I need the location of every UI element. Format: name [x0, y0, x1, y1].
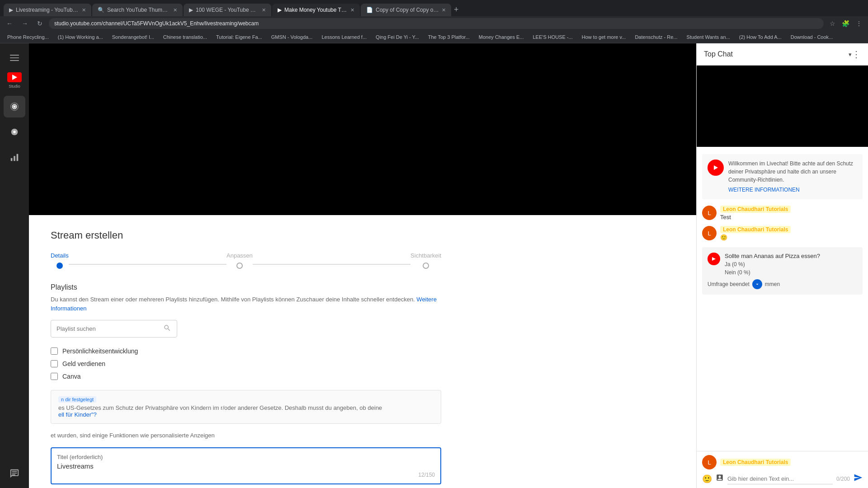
playlist-checkbox-2[interactable] [51, 360, 58, 367]
back-button[interactable]: ← [4, 19, 15, 28]
tab-5-close[interactable]: ✕ [442, 7, 446, 13]
chat-more-button[interactable]: ⋮ [852, 49, 861, 60]
stream-left: Stream erstellen Details Anpassen [29, 43, 696, 488]
playlist-search-button[interactable] [163, 324, 171, 333]
chat-input-area: L Leon Chaudhari Tutorials 🙂 0/200 [697, 451, 868, 488]
stream-form-inner: Stream erstellen Details Anpassen [29, 215, 463, 488]
weitere-info-link[interactable]: WEITERE INFORMATIONEN [728, 186, 857, 194]
yt-sidebar: Studio [0, 43, 29, 488]
chat-input-username: Leon Chaudhari Tutorials [720, 459, 791, 466]
chat-user-row: L Leon Chaudhari Tutorials [702, 455, 863, 469]
tab-4-close[interactable]: ✕ [350, 7, 354, 13]
chat-msg-body-2: Leon Chaudhari Tutorials 🙂 [720, 226, 863, 241]
browser-actions: ☆ 🧩 ⋮ [827, 19, 864, 28]
chat-username-2: Leon Chaudhari Tutorials [720, 226, 791, 233]
title-form-group: Titel (erforderlich) 12/150 [51, 447, 441, 484]
chat-msg-body-1: Leon Chaudhari Tutorials Test [720, 206, 863, 221]
chat-dropdown-button[interactable]: ▾ [849, 51, 852, 58]
bookmark-10[interactable]: Money Changes E... [475, 33, 528, 41]
tab-3-close[interactable]: ✕ [262, 7, 266, 13]
tab-1[interactable]: ▶ Livestreaming - YouTube... ✕ [4, 4, 91, 16]
tab-1-close[interactable]: ✕ [82, 7, 86, 13]
tab-2-close[interactable]: ✕ [173, 7, 177, 13]
bookmark-3[interactable]: Sonderangebot! l... [108, 33, 158, 41]
bookmark-14[interactable]: Student Wants an... [683, 33, 734, 41]
bookmark-6[interactable]: GMSN - Vologda... [268, 33, 316, 41]
chat-text-input[interactable] [727, 474, 833, 484]
bookmark-16[interactable]: Download - Cook... [787, 33, 837, 41]
reload-button[interactable]: ↻ [34, 19, 45, 28]
bookmark-11[interactable]: LEE'S HOUSE -... [529, 33, 576, 41]
bookmark-8[interactable]: Qing Fei De Yi - Y... [372, 33, 423, 41]
page-title: Stream erstellen [51, 230, 441, 241]
chat-thumbnail [697, 66, 868, 147]
title-input[interactable] [57, 462, 435, 470]
chat-text-input-row: 🙂 0/200 [702, 473, 863, 484]
emoji-button[interactable]: 🙂 [702, 474, 712, 484]
bookmark-7[interactable]: Lessons Learned f... [318, 33, 370, 41]
playlist-item-1[interactable]: Persönlichkeitsentwicklung [51, 345, 441, 357]
playlist-item-2[interactable]: Geld verdienen [51, 357, 441, 370]
tab-1-favicon: ▶ [9, 7, 13, 13]
sidebar-feedback[interactable] [4, 463, 25, 484]
forward-button[interactable]: → [19, 19, 31, 28]
chat-message-2: L Leon Chaudhari Tutorials 🙂 [697, 223, 868, 244]
title-input-wrapper: Titel (erforderlich) 12/150 [51, 447, 441, 484]
system-msg-content: Willkommen im Livechat! Bitte achte auf … [728, 160, 857, 194]
main-layout: Studio Stream erstellen [0, 43, 868, 488]
extensions-icon[interactable]: 🧩 [840, 19, 852, 28]
url-input[interactable] [49, 18, 824, 29]
tab-3[interactable]: ▶ 100 WEGE - YouTube Thumb... ✕ [184, 4, 271, 16]
playlist-checkbox-3[interactable] [51, 373, 58, 380]
title-char-count: 12/150 [57, 472, 435, 478]
sidebar-broadcast[interactable] [4, 96, 25, 117]
menu-dots-icon[interactable]: ⋮ [854, 19, 864, 28]
step-sichtbarkeit: Sichtbarkeit [410, 252, 441, 269]
chat-char-limit: 0/200 [836, 476, 850, 482]
sidebar-record[interactable] [4, 121, 25, 143]
system-logo [708, 160, 724, 176]
bookmark-5[interactable]: Tutorial: Eigene Fa... [212, 33, 266, 41]
poll-ended-action: mmen [765, 281, 780, 287]
chat-panel: Top Chat ▾ ⋮ [696, 43, 868, 488]
playlist-checkbox-1[interactable] [51, 347, 58, 355]
chat-username-1: Leon Chaudhari Tutorials [720, 206, 791, 213]
bookmark-1[interactable]: Phone Recycling... [4, 33, 52, 41]
tab-2[interactable]: 🔍 Search YouTube Thumbnail... ✕ [92, 4, 183, 16]
sidebar-analytics[interactable] [4, 146, 25, 168]
send-button[interactable] [854, 473, 863, 484]
playlist-item-3[interactable]: Canva [51, 370, 441, 383]
bookmark-4[interactable]: Chinese translatio... [160, 33, 211, 41]
new-tab-button[interactable]: + [452, 3, 461, 16]
address-bar: ← → ↻ ☆ 🧩 ⋮ [0, 16, 868, 31]
tab-4[interactable]: ▶ Make Money Youtube Thumb... ✕ [272, 4, 360, 16]
bookmark-2[interactable]: (1) How Working a... [54, 33, 107, 41]
bookmark-12[interactable]: How to get more v... [578, 33, 630, 41]
superchat-button[interactable] [716, 474, 724, 484]
playlist-search-box [51, 320, 177, 338]
svg-point-5 [13, 131, 16, 133]
tab-5[interactable]: 📄 Copy of Copy of Copy of Co... ✕ [361, 4, 451, 16]
yt-logo-mark [7, 72, 22, 82]
poll-content: Sollte man Ananas auf Pizza essen? Ja (0… [725, 253, 820, 276]
browser-chrome: ▶ Livestreaming - YouTube... ✕ 🔍 Search … [0, 0, 868, 31]
playlist-search-input[interactable] [57, 325, 163, 332]
bookmark-13[interactable]: Datenschutz - Re... [631, 33, 681, 41]
poll-ended-button[interactable] [752, 279, 762, 289]
privacy-link[interactable]: ell für Kinder"? [58, 411, 97, 418]
svg-rect-7 [14, 156, 15, 161]
svg-rect-6 [11, 158, 13, 161]
chat-avatar-2: L [702, 226, 717, 240]
step-line-1 [69, 264, 226, 265]
system-msg-text: Willkommen im Livechat! Bitte achte auf … [728, 160, 853, 183]
chat-messages: Willkommen im Livechat! Bitte achte auf … [697, 147, 868, 451]
step-details-circle [57, 263, 63, 269]
system-msg-inner: Willkommen im Livechat! Bitte achte auf … [708, 160, 857, 194]
bookmark-15[interactable]: (2) How To Add A... [736, 33, 785, 41]
svg-rect-2 [10, 60, 19, 61]
bookmark-9[interactable]: The Top 3 Platfor... [425, 33, 473, 41]
bookmark-icon[interactable]: ☆ [827, 19, 838, 28]
title-label: Titel (erforderlich) [57, 454, 435, 460]
tab-4-title: Make Money Youtube Thumb... [284, 7, 348, 13]
sidebar-hamburger[interactable] [4, 47, 25, 69]
